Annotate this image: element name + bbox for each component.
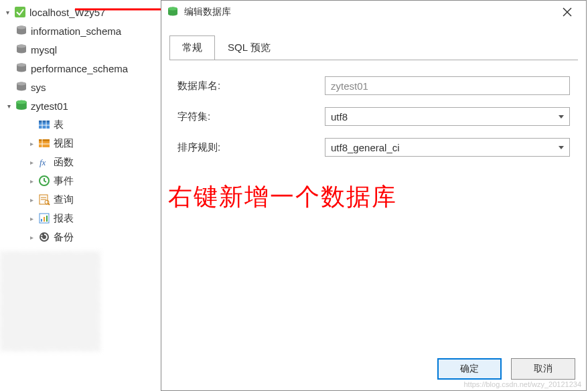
- svg-point-35: [168, 7, 177, 11]
- tree-item-queries[interactable]: ▸ 查询: [0, 190, 161, 209]
- database-icon: [15, 43, 28, 56]
- db-label: performance_schema: [31, 63, 128, 74]
- db-label: zytest01: [31, 100, 68, 112]
- tab-label: 常规: [182, 42, 202, 53]
- collation-label: 排序规则:: [177, 141, 325, 154]
- svg-rect-29: [44, 217, 45, 222]
- tree-item-label: 视图: [54, 137, 74, 150]
- button-label: 确定: [460, 363, 479, 375]
- tree-item-label: 事件: [54, 175, 74, 187]
- svg-rect-17: [39, 139, 50, 141]
- tab-label: SQL 预览: [228, 42, 271, 53]
- database-icon-active: [15, 99, 28, 112]
- collation-value: utf8_general_ci: [331, 142, 400, 153]
- dialog-tabs: 常规 SQL 预览: [161, 23, 586, 60]
- database-icon: [15, 24, 28, 37]
- collation-select[interactable]: utf8_general_ci: [325, 138, 570, 157]
- db-label: mysql: [31, 44, 57, 56]
- db-node[interactable]: mysql: [0, 40, 161, 59]
- tree-item-label: 表: [54, 119, 64, 131]
- tab-general[interactable]: 常规: [169, 35, 215, 60]
- tree-item-events[interactable]: ▸ 事件: [0, 171, 161, 190]
- tree-item-label: 报表: [54, 212, 74, 225]
- tree-item-views[interactable]: ▸ 视图: [0, 134, 161, 153]
- charset-select[interactable]: utf8: [325, 107, 570, 126]
- tree-item-label: 备份: [54, 231, 74, 244]
- svg-point-2: [17, 26, 26, 29]
- spacer: [27, 120, 36, 129]
- function-icon: fx: [38, 155, 51, 169]
- chevron-right-icon[interactable]: ▸: [27, 176, 36, 185]
- db-label: information_schema: [31, 25, 121, 37]
- svg-rect-0: [15, 7, 25, 17]
- close-button[interactable]: [554, 2, 581, 22]
- svg-point-6: [17, 64, 26, 67]
- db-label: sys: [31, 82, 46, 93]
- row-charset: 字符集: utf8: [177, 107, 570, 126]
- divider: [169, 60, 578, 60]
- charset-label: 字符集:: [177, 110, 325, 123]
- svg-point-4: [17, 45, 26, 48]
- dialog-title: 编辑数据库: [184, 6, 554, 18]
- svg-rect-28: [41, 219, 42, 222]
- chevron-down-icon[interactable]: ▾: [3, 7, 12, 17]
- database-icon: [15, 62, 28, 75]
- database-icon: [167, 6, 179, 18]
- chevron-right-icon[interactable]: ▸: [27, 139, 36, 148]
- chevron-right-icon[interactable]: ▸: [27, 214, 36, 223]
- cancel-button[interactable]: 取消: [511, 358, 575, 380]
- annotation-text: 右键新增一个数据库: [168, 181, 397, 214]
- event-icon: [38, 174, 51, 187]
- connection-node[interactable]: ▾ localhost_Wzy57: [0, 3, 161, 21]
- svg-point-10: [16, 100, 27, 104]
- dialog-title-bar: 编辑数据库: [161, 1, 586, 23]
- svg-rect-12: [39, 121, 50, 123]
- chevron-right-icon[interactable]: ▸: [27, 157, 36, 167]
- tree-item-label: 查询: [54, 193, 74, 206]
- connection-icon: [13, 5, 27, 19]
- tree-item-label: 函数: [54, 156, 74, 169]
- db-name-input[interactable]: [325, 76, 570, 95]
- table-icon: [38, 118, 51, 131]
- db-node-expanded[interactable]: ▾ zytest01: [0, 96, 161, 115]
- view-icon: [38, 137, 51, 150]
- svg-point-8: [17, 82, 26, 86]
- chevron-right-icon[interactable]: ▸: [27, 232, 36, 242]
- db-node[interactable]: performance_schema: [0, 59, 161, 78]
- chevron-down-icon[interactable]: ▾: [4, 101, 13, 110]
- db-node[interactable]: information_schema: [0, 21, 161, 40]
- svg-rect-30: [46, 216, 48, 222]
- db-name-label: 数据库名:: [177, 80, 325, 92]
- tab-sql-preview[interactable]: SQL 预览: [215, 35, 283, 60]
- button-label: 取消: [534, 363, 553, 375]
- db-node[interactable]: sys: [0, 78, 161, 96]
- connection-tree: ▾ localhost_Wzy57 information_schema mys…: [0, 0, 161, 391]
- tree-item-tables[interactable]: 表: [0, 115, 161, 134]
- blurred-region: [0, 251, 100, 351]
- svg-line-26: [48, 204, 50, 205]
- dialog-buttons: 确定 取消: [161, 350, 586, 390]
- report-icon: [38, 212, 51, 225]
- ok-button[interactable]: 确定: [437, 358, 502, 380]
- tree-item-reports[interactable]: ▸ 报表: [0, 209, 161, 228]
- tree-item-backups[interactable]: ▸ 备份: [0, 228, 161, 246]
- charset-value: utf8: [331, 111, 348, 123]
- row-collation: 排序规则: utf8_general_ci: [177, 138, 570, 157]
- query-icon: [38, 193, 51, 206]
- connection-label: localhost_Wzy57: [29, 7, 105, 18]
- database-icon: [15, 80, 28, 94]
- chevron-right-icon[interactable]: ▸: [27, 195, 36, 204]
- backup-icon: [38, 230, 51, 244]
- svg-text:fx: fx: [40, 157, 46, 167]
- row-db-name: 数据库名:: [177, 76, 570, 95]
- tree-item-functions[interactable]: ▸ fx 函数: [0, 153, 161, 171]
- dialog-form: 数据库名: 字符集: utf8 排序规则: utf8_general_ci 右键…: [161, 60, 586, 350]
- edit-database-dialog: 编辑数据库 常规 SQL 预览 数据库名: 字符集: utf8 排序规则: ut…: [161, 0, 587, 391]
- close-icon: [563, 7, 572, 17]
